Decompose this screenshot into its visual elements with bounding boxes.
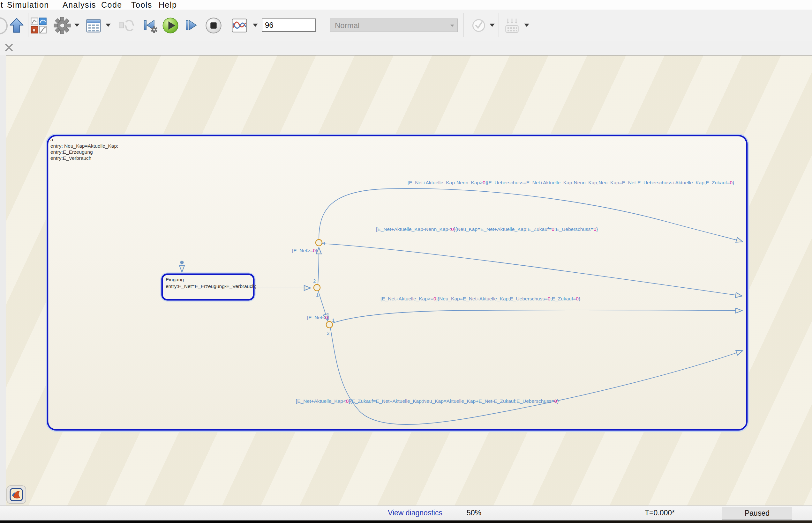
bottom-edge-strip (0, 520, 812, 523)
table-view-icon (85, 17, 102, 34)
tab-bar (0, 40, 812, 55)
scope-button[interactable] (230, 17, 248, 34)
settings-gear-button[interactable] (53, 17, 71, 34)
gear-icon (53, 17, 71, 34)
update-diagram-icon (118, 17, 136, 34)
close-tab-button[interactable] (0, 40, 22, 55)
step-back-button[interactable] (141, 17, 159, 34)
menu-item-analysis[interactable]: Analysis (63, 0, 96, 10)
check-dropdown-caret[interactable] (490, 23, 495, 27)
stateflow-editor-window: rt Simulation Analysis Code Tools Help (0, 0, 812, 523)
matlab-badge-button[interactable] (6, 485, 26, 504)
step-forward-icon (182, 17, 200, 34)
matlab-logo-icon (10, 488, 23, 501)
toolbar-separator (28, 13, 29, 37)
status-bar: View diagnostics 50% T=0.000* Paused (0, 505, 812, 521)
stop-icon (205, 17, 223, 34)
menu-item-fragment[interactable]: rt (0, 0, 3, 10)
menu-bar: rt Simulation Analysis Code Tools Help (0, 0, 812, 10)
check-circle-icon (470, 17, 488, 34)
toolbar-separator (499, 13, 499, 37)
scope-dropdown-caret[interactable] (253, 23, 258, 27)
step-forward-button[interactable] (182, 17, 200, 34)
check-button-disabled (470, 17, 488, 34)
view-diagnostics-link[interactable]: View diagnostics (388, 509, 443, 517)
clipped-icon (0, 17, 8, 34)
deploy-dots-icon (503, 17, 521, 34)
simulation-status-badge: Paused (722, 507, 792, 520)
pattern-blocks-icon (30, 17, 48, 34)
menu-item-code[interactable]: Code (101, 0, 122, 10)
update-diagram-button-disabled (118, 17, 136, 34)
toolbar: Normal (0, 10, 812, 41)
menu-item-simulation[interactable]: Simulation (7, 0, 49, 10)
menu-item-tools[interactable]: Tools (131, 0, 152, 10)
gear-dropdown-caret[interactable] (74, 23, 80, 27)
table-view-button[interactable] (85, 17, 102, 34)
stop-button[interactable] (205, 17, 223, 34)
zoom-factor-input[interactable] (262, 18, 316, 32)
scope-icon (230, 17, 248, 34)
mode-dropdown-caret (450, 24, 454, 27)
step-back-icon (141, 17, 159, 34)
play-icon (161, 17, 179, 34)
menu-item-help[interactable]: Help (159, 0, 177, 10)
pattern-blocks-button[interactable] (30, 17, 48, 34)
simulation-time: T=0.000* (645, 509, 675, 517)
zoom-percentage: 50% (467, 509, 481, 517)
toolbar-separator (117, 13, 117, 37)
chart-canvas[interactable] (6, 55, 812, 505)
up-to-parent-button[interactable] (8, 17, 25, 34)
close-icon (0, 40, 22, 55)
run-button[interactable] (161, 17, 179, 34)
simulation-mode-value: Normal (335, 21, 359, 30)
up-arrow-icon (8, 17, 25, 34)
deploy-dropdown-caret[interactable] (524, 23, 529, 27)
simulation-mode-select: Normal (330, 18, 458, 32)
table-dropdown-caret[interactable] (106, 23, 111, 27)
canvas-left-gutter[interactable] (0, 55, 6, 505)
deploy-button-disabled (503, 17, 521, 34)
